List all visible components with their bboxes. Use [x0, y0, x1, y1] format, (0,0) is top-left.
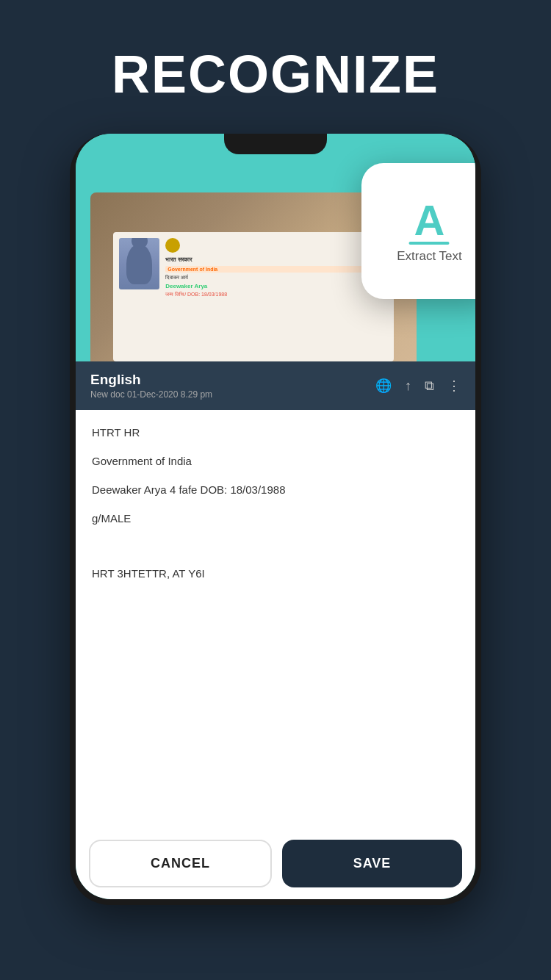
- card-inner: भारत सरकार Government of India दिवाकर आर…: [113, 232, 394, 361]
- name-hindi: दिवाकर आर्य: [165, 275, 388, 281]
- share-icon[interactable]: ↑: [405, 378, 411, 394]
- language-title: English: [90, 372, 212, 388]
- extracted-line-1: HTRT HR: [92, 425, 459, 440]
- phone-frame: भारत सरकार Government of India दिवाकर आर…: [70, 134, 481, 905]
- extracted-line-6: HRT 3HTETTR, AT Y6I: [92, 566, 459, 581]
- extract-text-icon: A: [414, 199, 445, 242]
- globe-icon[interactable]: 🌐: [375, 378, 392, 394]
- card-text-area: भारत सरकार Government of India दिवाकर आर…: [165, 238, 388, 298]
- date-of-birth: जन्म तिथि/ DOB: 18/03/1988: [165, 292, 388, 298]
- header-left: English New doc 01-Dec-2020 8.29 pm: [90, 372, 212, 400]
- govt-english-text: Government of India: [165, 266, 388, 273]
- hindi-text: भारत सरकार: [165, 256, 388, 264]
- extracted-line-5: [92, 539, 459, 552]
- document-result-panel: English New doc 01-Dec-2020 8.29 pm 🌐 ↑ …: [76, 361, 475, 899]
- page-title: RECOGNIZE: [0, 0, 551, 134]
- phone-screen: भारत सरकार Government of India दिवाकर आर…: [76, 134, 475, 899]
- extracted-line-4: g/MALE: [92, 511, 459, 526]
- id-photo: [119, 238, 159, 289]
- photo-silhouette: [126, 244, 152, 284]
- action-buttons: CANCEL SAVE: [76, 828, 475, 899]
- copy-icon[interactable]: ⧉: [425, 378, 434, 394]
- name-english: Deewaker Arya: [165, 283, 388, 289]
- result-header: English New doc 01-Dec-2020 8.29 pm 🌐 ↑ …: [76, 361, 475, 410]
- govt-emblem: [165, 238, 180, 253]
- extract-text-card[interactable]: A Extract Text: [361, 163, 475, 299]
- phone-notch: [224, 134, 327, 154]
- doc-subtitle: New doc 01-Dec-2020 8.29 pm: [90, 389, 212, 400]
- phone-mockup: भारत सरकार Government of India दिवाकर आर…: [0, 134, 551, 905]
- cancel-button[interactable]: CANCEL: [89, 840, 272, 887]
- extracted-line-3: Deewaker Arya 4 fafe DOB: 18/03/1988: [92, 482, 459, 497]
- document-image-area: भारत सरकार Government of India दिवाकर आर…: [76, 134, 475, 369]
- extract-text-label: Extract Text: [397, 249, 462, 264]
- more-icon[interactable]: ⋮: [447, 378, 461, 394]
- result-content: HTRT HR Government of India Deewaker Ary…: [76, 410, 475, 828]
- extracted-line-2: Government of India: [92, 453, 459, 469]
- header-actions: 🌐 ↑ ⧉ ⋮: [375, 378, 461, 394]
- save-button[interactable]: SAVE: [282, 840, 462, 887]
